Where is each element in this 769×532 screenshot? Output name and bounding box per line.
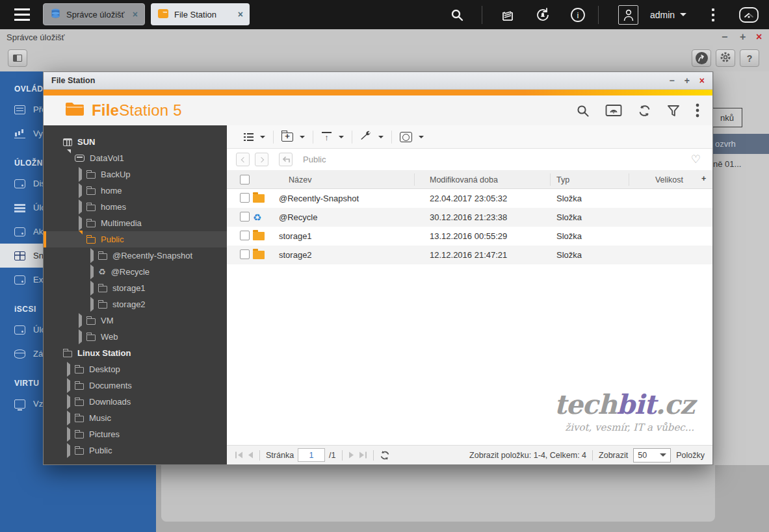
collapse-arrow-icon[interactable] bbox=[67, 149, 71, 163]
table-row[interactable]: storage113.12.2016 00:55:29Složka bbox=[227, 227, 712, 246]
settings-button[interactable] bbox=[716, 49, 735, 67]
expand-arrow-icon[interactable] bbox=[90, 264, 94, 279]
expand-arrow-icon[interactable] bbox=[67, 427, 70, 442]
tree-item[interactable]: Public bbox=[44, 442, 227, 459]
tree-item[interactable]: homes bbox=[44, 199, 227, 215]
expand-arrow-icon[interactable] bbox=[79, 183, 82, 198]
first-page-button[interactable] bbox=[235, 451, 243, 459]
expand-arrow-icon[interactable] bbox=[67, 443, 70, 458]
cast-play-icon[interactable] bbox=[605, 104, 622, 117]
tree-item[interactable]: storage2 bbox=[44, 296, 227, 312]
maximize-button[interactable]: + bbox=[684, 76, 690, 85]
notifications-sync-icon[interactable] bbox=[532, 0, 554, 29]
file-name: @Recently-Snapshot bbox=[279, 194, 430, 203]
minimize-button[interactable]: − bbox=[722, 32, 727, 42]
tree-item[interactable]: Music bbox=[44, 410, 227, 426]
page-number-input[interactable] bbox=[298, 448, 325, 462]
expand-arrow-icon[interactable] bbox=[67, 411, 70, 425]
upload-button[interactable] bbox=[313, 131, 352, 144]
row-checkbox[interactable] bbox=[240, 193, 250, 203]
tree-item[interactable]: Desktop bbox=[44, 361, 227, 377]
tab-close-icon[interactable]: × bbox=[238, 9, 243, 19]
tree-item[interactable]: Pictures bbox=[44, 426, 227, 442]
tab-file-station[interactable]: File Station × bbox=[151, 3, 250, 25]
favorite-heart-icon[interactable]: ♡ bbox=[691, 153, 701, 166]
back-button[interactable] bbox=[236, 153, 250, 166]
expand-arrow-icon[interactable] bbox=[79, 329, 82, 344]
column-header-size[interactable]: Velikost bbox=[643, 175, 683, 184]
column-header-modified[interactable]: Modifikovaná doba bbox=[430, 175, 498, 184]
tree-item[interactable]: Downloads bbox=[44, 394, 227, 410]
expand-arrow-icon[interactable] bbox=[90, 297, 94, 312]
tree-item[interactable]: Multimedia bbox=[44, 215, 227, 231]
user-avatar[interactable] bbox=[618, 5, 638, 25]
create-folder-button[interactable] bbox=[274, 131, 313, 144]
view-mode-button[interactable] bbox=[236, 131, 274, 144]
tree-item[interactable]: SUN bbox=[44, 134, 227, 150]
table-row[interactable]: @Recently-Snapshot22.04.2017 23:05:32Slo… bbox=[227, 189, 712, 208]
row-checkbox[interactable] bbox=[240, 231, 250, 240]
refresh-icon[interactable] bbox=[638, 104, 651, 118]
page-size-select[interactable]: 50 bbox=[633, 448, 671, 462]
last-page-button[interactable] bbox=[359, 451, 367, 459]
forward-button[interactable] bbox=[255, 153, 268, 166]
column-header-name[interactable]: Název bbox=[289, 175, 311, 184]
tree-item[interactable]: VM bbox=[44, 312, 227, 329]
tree-item[interactable]: Web bbox=[44, 329, 227, 345]
info-icon[interactable]: i bbox=[567, 0, 589, 29]
table-row[interactable]: storage212.12.2016 21:47:21Složka bbox=[227, 246, 712, 264]
external-link-button[interactable] bbox=[692, 49, 711, 67]
filter-icon[interactable] bbox=[667, 105, 680, 117]
tree-item[interactable]: Documents bbox=[44, 377, 227, 394]
expand-arrow-icon[interactable] bbox=[79, 216, 82, 231]
minimize-button[interactable]: − bbox=[669, 76, 674, 85]
tree-item[interactable]: BackUp bbox=[44, 166, 227, 183]
panel-toggle-button[interactable] bbox=[8, 49, 27, 67]
expand-arrow-icon[interactable] bbox=[67, 362, 70, 377]
main-menu-button[interactable] bbox=[13, 5, 39, 25]
snapshot-button[interactable] bbox=[392, 131, 432, 144]
go-up-button[interactable] bbox=[279, 153, 293, 166]
tab-storage-manager[interactable]: Správce úložišť × bbox=[43, 3, 145, 25]
refresh-list-icon[interactable] bbox=[380, 450, 390, 461]
folder-icon bbox=[98, 252, 107, 260]
tree-item[interactable]: home bbox=[44, 183, 227, 199]
more-options-icon[interactable] bbox=[707, 0, 720, 29]
global-search-icon[interactable] bbox=[447, 0, 467, 29]
tools-button[interactable] bbox=[352, 131, 392, 144]
background-tasks-icon[interactable] bbox=[497, 0, 519, 29]
tree-item[interactable]: ♻@Recycle bbox=[44, 264, 227, 280]
tab-close-icon[interactable]: × bbox=[133, 9, 138, 19]
more-options-icon[interactable] bbox=[696, 103, 699, 118]
expand-arrow-icon[interactable] bbox=[67, 378, 70, 393]
collapse-arrow-icon[interactable] bbox=[79, 231, 83, 244]
user-menu[interactable]: admin bbox=[649, 0, 688, 29]
previous-page-button[interactable] bbox=[248, 451, 254, 459]
tree-item[interactable]: storage1 bbox=[44, 280, 227, 296]
expand-arrow-icon[interactable] bbox=[79, 199, 82, 214]
tree-item[interactable]: DataVol1 bbox=[44, 150, 227, 166]
tree-item[interactable]: Linux Station bbox=[44, 345, 227, 361]
expand-arrow-icon[interactable] bbox=[79, 167, 82, 182]
expand-arrow-icon[interactable] bbox=[90, 281, 94, 296]
divider bbox=[482, 6, 482, 24]
next-page-button[interactable] bbox=[348, 451, 354, 459]
expand-arrow-icon[interactable] bbox=[90, 248, 94, 263]
tree-item[interactable]: Public bbox=[44, 231, 227, 247]
maximize-button[interactable]: + bbox=[740, 32, 746, 42]
close-button[interactable]: × bbox=[699, 76, 705, 85]
help-button[interactable]: ? bbox=[740, 49, 759, 67]
row-checkbox[interactable] bbox=[240, 249, 250, 259]
expand-arrow-icon[interactable] bbox=[67, 394, 70, 409]
table-row[interactable]: ♻@Recycle30.12.2016 21:23:38Složka bbox=[227, 208, 712, 227]
dashboard-gauge-icon[interactable] bbox=[736, 0, 762, 29]
add-column-button[interactable]: + bbox=[701, 174, 706, 183]
file-station-titlebar[interactable]: File Station − + × bbox=[44, 72, 712, 90]
select-all-checkbox[interactable] bbox=[240, 175, 250, 186]
close-button[interactable]: × bbox=[756, 32, 762, 42]
tree-item[interactable]: @Recently-Snapshot bbox=[44, 247, 227, 264]
row-checkbox[interactable] bbox=[240, 212, 250, 222]
search-icon[interactable] bbox=[576, 104, 590, 118]
column-header-type[interactable]: Typ bbox=[556, 175, 569, 184]
expand-arrow-icon[interactable] bbox=[79, 313, 82, 328]
